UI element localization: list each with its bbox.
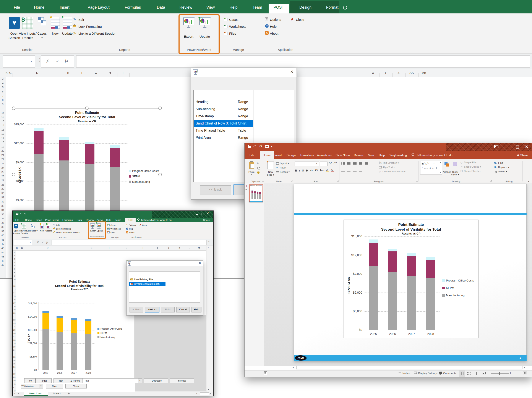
wizard-button-label: Next >>: [145, 308, 159, 311]
close-icon[interactable]: ×: [199, 261, 201, 265]
bar-icon[interactable]: [130, 262, 130, 263]
wizard-button-label: Cancel: [176, 308, 190, 311]
list-column-divider[interactable]: [165, 272, 165, 303]
wizard-button-label: Finish: [161, 308, 175, 311]
list-header-underline[interactable]: [129, 277, 200, 277]
update-wizard-dialog: Update Wizard What file do you want to u…: [0, 0, 532, 398]
wizard-button-label: << Back: [130, 308, 143, 311]
pptx-file-item[interactable]: mypptpresentation.pptx: [134, 283, 160, 286]
stand-icon[interactable]: [129, 264, 130, 265]
refresh-icon: ↻: [127, 260, 128, 261]
stand-base-icon[interactable]: [127, 265, 131, 266]
use-existing-file-item[interactable]: Use Existing File: [134, 278, 153, 281]
folder-icon[interactable]: [130, 278, 133, 280]
pptx-file-icon[interactable]: [130, 283, 133, 285]
wizard-button-label: Help: [191, 308, 202, 311]
update-wizard-titlebar[interactable]: [127, 261, 203, 266]
